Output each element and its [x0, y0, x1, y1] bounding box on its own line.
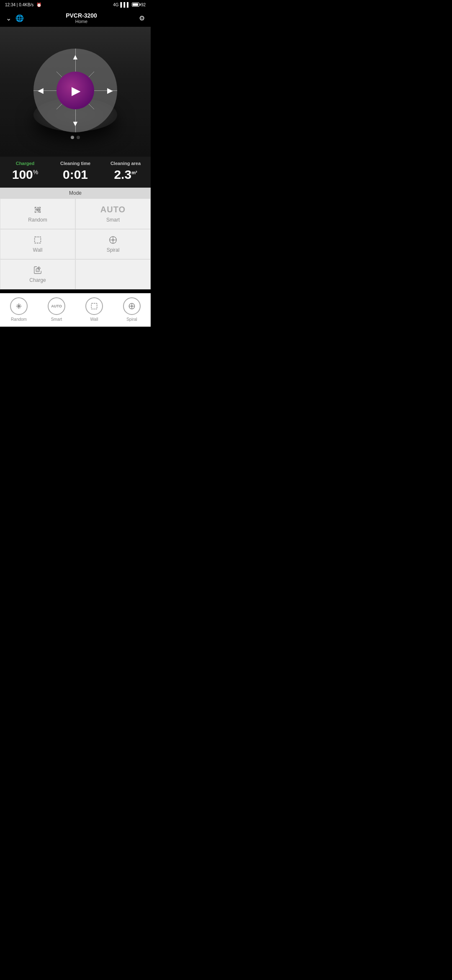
left-arrow-button[interactable]: ◀: [38, 86, 44, 95]
bottom-nav: Random AUTO Smart Wall Spiral: [0, 293, 151, 327]
svg-point-18: [18, 305, 20, 307]
nav-smart-label: Smart: [51, 317, 62, 322]
mode-smart[interactable]: AUTO Smart: [75, 199, 151, 229]
battery-percent: 92: [141, 3, 146, 7]
mode-header: Mode: [0, 188, 151, 199]
nav-spiral-label: Spiral: [126, 317, 137, 322]
area-value: 2.3m²: [100, 168, 151, 182]
dot-2: [77, 136, 80, 139]
nav-wall[interactable]: Wall: [85, 297, 103, 322]
header-left: ⌄ 🌐: [6, 14, 24, 22]
charge-label: Charge: [29, 277, 46, 283]
nav-wall-circle: [85, 297, 103, 315]
nav-spiral-circle: [123, 297, 141, 315]
svg-rect-8: [35, 237, 41, 243]
svg-rect-19: [91, 303, 97, 309]
charge-label: Charged: [0, 161, 50, 166]
device-title: PVCR-3200: [66, 12, 97, 19]
globe-icon[interactable]: 🌐: [15, 14, 24, 22]
time-stat: Cleaning time 0:01: [50, 161, 100, 182]
nav-random-circle: [10, 297, 28, 315]
area-stat: Cleaning area 2.3m²: [100, 161, 151, 182]
area-label: Cleaning area: [100, 161, 151, 166]
signal-icon: ▌▌▌: [120, 2, 130, 7]
nav-spiral[interactable]: Spiral: [123, 297, 141, 322]
mode-charge[interactable]: Charge: [0, 259, 75, 289]
status-time: 12:34: [5, 3, 15, 7]
wall-icon: [33, 235, 42, 245]
svg-line-4: [36, 210, 38, 212]
status-time-network: 12:34 | 0.4KB/s ⏰: [5, 3, 41, 7]
stats-bar: Charged 100% Cleaning time 0:01 Cleaning…: [0, 157, 151, 188]
wall-label: Wall: [33, 247, 43, 253]
dpad-container: ▶ ▲ ▼ ◀ ▶: [33, 49, 117, 132]
nav-spiral-icon: [128, 302, 136, 310]
smart-label: Smart: [106, 217, 120, 223]
nav-smart[interactable]: AUTO Smart: [48, 297, 65, 322]
random-icon: [33, 205, 42, 214]
main-control-area: ▶ ▲ ▼ ◀ ▶: [0, 27, 151, 157]
header-center: PVCR-3200 Home: [66, 12, 97, 24]
header: ⌄ 🌐 PVCR-3200 Home ⚙: [0, 9, 151, 27]
charge-stat: Charged 100%: [0, 161, 50, 182]
battery-icon: [132, 3, 139, 7]
mode-section: Mode Random AUTO: [0, 188, 151, 289]
settings-icon[interactable]: ⚙: [139, 14, 145, 22]
mode-empty: [75, 259, 151, 289]
status-right-icons: 4G ▌▌▌ 92: [113, 2, 146, 7]
mode-random[interactable]: Random: [0, 199, 75, 229]
time-value: 0:01: [50, 168, 100, 182]
down-arrow-button[interactable]: ▼: [72, 119, 79, 128]
device-subtitle: Home: [66, 19, 97, 24]
charge-icon: [33, 266, 42, 275]
dot-1: [71, 136, 74, 139]
nav-random-label: Random: [11, 317, 27, 322]
alarm-icon: ⏰: [36, 3, 41, 7]
random-label: Random: [28, 217, 47, 223]
spiral-icon: [108, 235, 118, 245]
page-dots: [71, 136, 80, 139]
up-arrow-button[interactable]: ▲: [72, 53, 79, 62]
time-label: Cleaning time: [50, 161, 100, 166]
mode-grid: Random AUTO Smart Wall Spiral: [0, 199, 151, 289]
mode-wall[interactable]: Wall: [0, 229, 75, 259]
nav-wall-label: Wall: [90, 317, 98, 322]
charge-value: 100%: [0, 168, 50, 182]
status-bar: 12:34 | 0.4KB/s ⏰ 4G ▌▌▌ 92: [0, 0, 151, 9]
network-icon: 4G: [113, 3, 118, 7]
status-data-speed: 0.4KB/s: [19, 3, 33, 7]
spiral-label: Spiral: [107, 247, 120, 253]
nav-random[interactable]: Random: [10, 297, 28, 322]
auto-text: AUTO: [100, 205, 126, 214]
nav-smart-circle: AUTO: [48, 297, 65, 315]
nav-wall-icon: [90, 302, 98, 310]
right-arrow-button[interactable]: ▶: [107, 86, 113, 95]
nav-random-icon: [14, 302, 23, 311]
play-icon: ▶: [72, 84, 81, 98]
play-button[interactable]: ▶: [56, 72, 94, 109]
chevron-down-icon[interactable]: ⌄: [6, 14, 11, 22]
nav-auto-text: AUTO: [51, 304, 62, 308]
mode-spiral[interactable]: Spiral: [75, 229, 151, 259]
